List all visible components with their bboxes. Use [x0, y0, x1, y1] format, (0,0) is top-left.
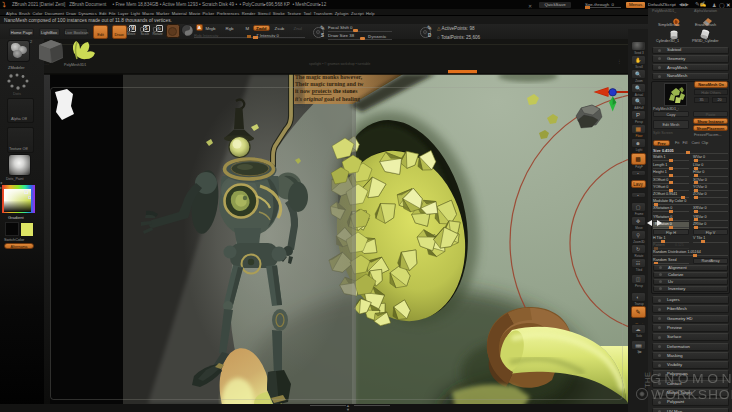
svg-text:⋮: ⋮ — [617, 59, 622, 64]
svg-text:Their magic turning and tw: Their magic turning and tw — [295, 81, 364, 87]
svg-text:it's original goal of healing: it's original goal of healing — [295, 96, 360, 102]
svg-text:it now protects the stones: it now protects the stones — [295, 88, 358, 94]
svg-text:spotlight • © gnomon workshop: spotlight • © gnomon workshop • turntabl… — [309, 62, 371, 66]
